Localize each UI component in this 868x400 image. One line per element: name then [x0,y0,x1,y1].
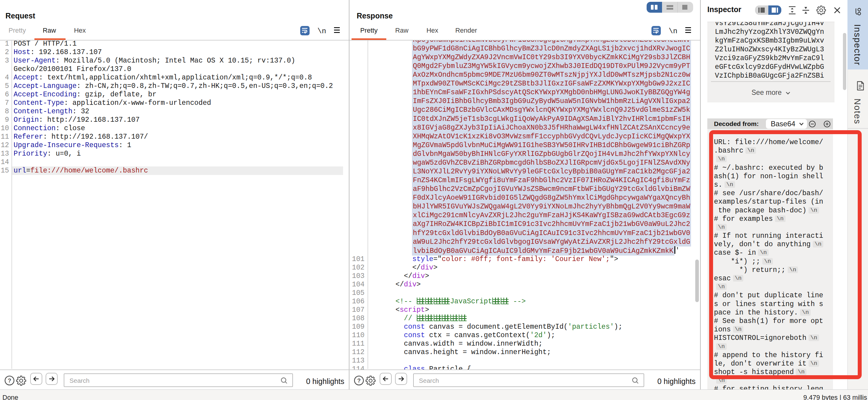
svg-text:?: ? [8,377,11,384]
svg-text:?: ? [357,377,361,384]
